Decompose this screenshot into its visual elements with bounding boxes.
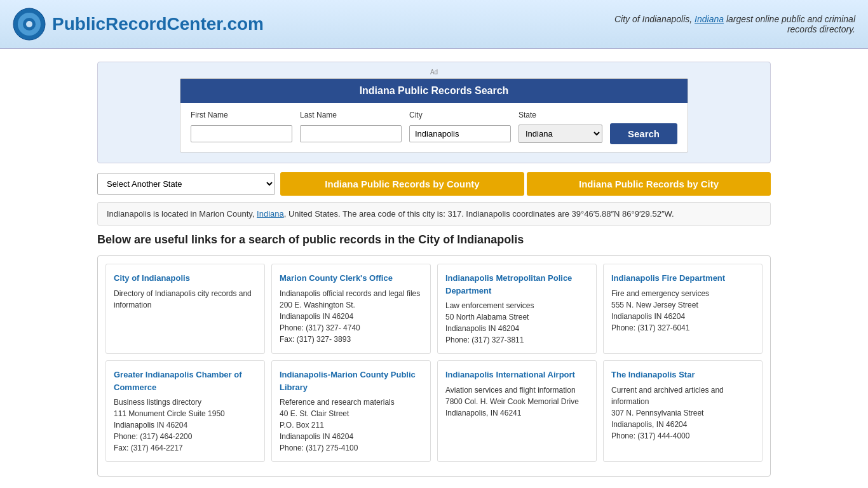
card-detail: Indianapolis IN 46204: [280, 431, 423, 442]
card-title-link[interactable]: City of Indianapolis: [114, 272, 257, 285]
page-title: Below are useful links for a search of p…: [97, 233, 771, 247]
card-detail: Phone: (317) 275-4100: [280, 442, 423, 454]
card-detail: Phone: (317) 327-3811: [445, 334, 588, 346]
card-city-of-indianapolis: City of IndianapolisDirectory of Indiana…: [105, 264, 265, 354]
card-title-link[interactable]: Indianapolis International Airport: [445, 369, 588, 381]
card-detail: 50 North Alabama Street: [445, 311, 588, 323]
lastname-label: Last Name: [300, 111, 402, 119]
card-detail: 111 Monument Circle Suite 1950: [114, 408, 257, 419]
card-greater-indianapolis-chamber-of-commerce: Greater Indianapolis Chamber of Commerce…: [105, 360, 265, 462]
indiana-link[interactable]: Indiana: [695, 14, 724, 24]
card-detail: Indianapolis IN 46204: [611, 311, 754, 322]
card-description: Reference and research materials: [280, 396, 423, 408]
card-detail: Fax: (317) 464-2217: [114, 442, 257, 454]
card-detail: Indianapolis, IN 46241: [445, 407, 588, 419]
card-description: Business listings directory: [114, 396, 257, 408]
card-detail: Indianapolis IN 46204: [114, 419, 257, 431]
card-detail: Indianapolis, IN 46204: [611, 419, 754, 430]
indiana-info-link[interactable]: Indiana: [257, 209, 284, 219]
card-detail: Phone: (317) 327- 4740: [280, 322, 423, 334]
state-label: State: [519, 111, 620, 119]
lastname-input[interactable]: [300, 125, 402, 142]
state-select-search[interactable]: Indiana: [519, 125, 602, 143]
card-detail: Phone: (317) 464-2200: [114, 431, 257, 442]
search-button[interactable]: Search: [610, 123, 677, 144]
card-description: Fire and emergency services: [611, 288, 754, 299]
card-indianapolis-international-airport: Indianapolis International AirportAviati…: [437, 360, 597, 462]
county-button[interactable]: Indiana Public Records by County: [280, 172, 524, 196]
search-inputs: Indiana Search: [191, 123, 677, 144]
card-title-link[interactable]: The Indianapolis Star: [611, 369, 754, 381]
firstname-input[interactable]: [191, 125, 292, 142]
card-title-link[interactable]: Indianapolis-Marion County Public Librar…: [280, 369, 423, 393]
card-detail: 7800 Col. H. Weir Cook Memorial Drive: [445, 396, 588, 407]
card-detail: 40 E. St. Clair Street: [280, 408, 423, 419]
cards-section: City of IndianapolisDirectory of Indiana…: [97, 255, 771, 477]
city-button[interactable]: Indiana Public Records by City: [527, 172, 771, 196]
cards-row-1: City of IndianapolisDirectory of Indiana…: [105, 264, 763, 354]
ad-label: Ad: [111, 69, 757, 76]
card-title-link[interactable]: Indianapolis Fire Department: [611, 272, 754, 285]
card-title-link[interactable]: Greater Indianapolis Chamber of Commerce: [114, 369, 257, 393]
card-detail: 555 N. New Jersey Street: [611, 299, 754, 311]
logo-icon: [13, 8, 46, 41]
card-detail: Indianapolis IN 46204: [280, 311, 423, 322]
card-title-link[interactable]: Indianapolis Metropolitan Police Departm…: [445, 272, 588, 297]
card-indianapolis-metropolitan-police-department: Indianapolis Metropolitan Police Departm…: [437, 264, 597, 354]
city-input[interactable]: [409, 125, 511, 142]
search-form: First Name Last Name City State Indiana …: [180, 103, 688, 152]
search-box: Indiana Public Records Search First Name…: [180, 78, 688, 152]
card-detail: Indianapolis IN 46204: [445, 323, 588, 334]
card-marion-county-clerk's-office: Marion County Clerk's OfficeIndianapolis…: [271, 264, 431, 354]
info-bar: Indianapolis is located in Marion County…: [97, 202, 771, 226]
card-detail: Phone: (317) 327-6041: [611, 322, 754, 334]
card-description: Current and archived articles and inform…: [611, 384, 754, 407]
card-the-indianapolis-star: The Indianapolis StarCurrent and archive…: [603, 360, 763, 462]
card-detail: 200 E. Washington St.: [280, 299, 423, 311]
search-box-title: Indiana Public Records Search: [180, 79, 688, 103]
main-content: Ad Indiana Public Records Search First N…: [85, 49, 783, 483]
card-description: Aviation services and flight information: [445, 384, 588, 396]
card-detail: 307 N. Pennsylvania Street: [611, 407, 754, 419]
firstname-label: First Name: [191, 111, 292, 119]
city-label: City: [409, 111, 511, 119]
card-description: Indianapolis official records and legal …: [280, 288, 423, 299]
card-detail: P.O. Box 211: [280, 419, 423, 431]
card-indianapolis-fire-department: Indianapolis Fire DepartmentFire and eme…: [603, 264, 763, 354]
card-description: Law enforcement services: [445, 300, 588, 311]
site-header: PublicRecordCenter.com City of Indianapo…: [0, 0, 868, 49]
card-description: Directory of Indianapolis city records a…: [114, 288, 257, 311]
logo-area: PublicRecordCenter.com: [13, 8, 264, 41]
site-logo-text[interactable]: PublicRecordCenter.com: [52, 14, 264, 34]
search-labels: First Name Last Name City State: [191, 111, 677, 119]
card-detail: Fax: (317) 327- 3893: [280, 334, 423, 345]
card-indianapolis-marion-county-public-library: Indianapolis-Marion County Public Librar…: [271, 360, 431, 462]
card-title-link[interactable]: Marion County Clerk's Office: [280, 272, 423, 285]
header-tagline: City of Indianapolis, Indiana largest on…: [588, 14, 855, 34]
ad-container: Ad Indiana Public Records Search First N…: [97, 62, 771, 163]
card-detail: Phone: (317) 444-4000: [611, 430, 754, 442]
svg-point-3: [26, 21, 32, 27]
cards-row-2: Greater Indianapolis Chamber of Commerce…: [105, 360, 763, 462]
nav-row: Select Another State Indiana Public Reco…: [97, 172, 771, 196]
state-select-nav[interactable]: Select Another State: [97, 173, 275, 195]
